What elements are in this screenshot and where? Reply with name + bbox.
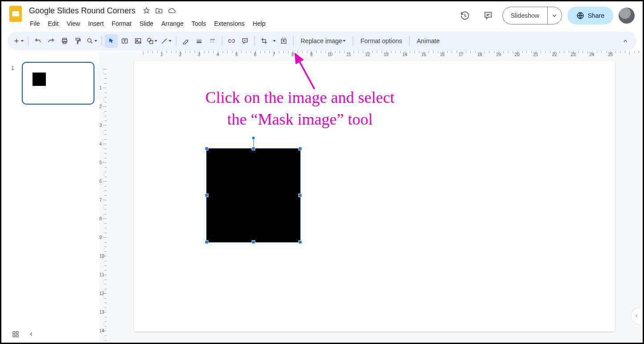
slideshow-dropdown[interactable] (547, 7, 562, 24)
resize-handle[interactable] (205, 147, 208, 150)
hide-menus-button[interactable] (619, 34, 632, 48)
resize-handle[interactable] (205, 240, 208, 244)
resize-handle[interactable] (298, 194, 302, 197)
rotation-line (253, 140, 254, 147)
resize-handle[interactable] (298, 147, 302, 150)
svg-rect-6 (76, 38, 79, 40)
slideshow-button-group: Slideshow (502, 7, 562, 24)
menu-file[interactable]: File (26, 18, 44, 29)
zoom-button[interactable] (85, 34, 99, 48)
slides-logo[interactable] (7, 5, 24, 23)
show-side-panel-button[interactable] (631, 307, 641, 325)
redo-button[interactable] (45, 34, 58, 48)
svg-point-11 (147, 38, 151, 42)
history-icon[interactable] (456, 7, 474, 24)
workspace: 1 12345678910111213141516171819202122232… (1, 51, 643, 343)
toolbar: Replace image Format options Animate (8, 32, 636, 50)
selected-image[interactable] (207, 149, 300, 242)
filmstrip-collapse-icon[interactable] (28, 331, 34, 337)
menu-extensions[interactable]: Extensions (211, 18, 248, 29)
border-weight-button[interactable] (192, 34, 206, 48)
menu-help[interactable]: Help (249, 18, 269, 29)
image-content (207, 149, 300, 242)
select-tool[interactable] (105, 34, 118, 48)
ruler-vertical: 1234567891011121314 (98, 59, 108, 343)
insert-link-button[interactable] (225, 34, 238, 48)
menu-bar: File Edit View Insert Format Slide Arran… (26, 17, 456, 30)
menu-format[interactable]: Format (108, 18, 135, 29)
resize-handle[interactable] (298, 240, 302, 244)
replace-image-button[interactable]: Replace image (296, 34, 350, 48)
resize-handle[interactable] (252, 147, 255, 150)
crop-image-button[interactable] (257, 34, 271, 48)
undo-button[interactable] (31, 34, 45, 48)
line-button[interactable] (159, 34, 173, 48)
svg-rect-17 (16, 335, 18, 337)
slide-canvas[interactable]: Click on the image and select the “Mask … (134, 61, 615, 332)
star-icon[interactable] (143, 7, 151, 15)
grid-view-icon[interactable] (12, 331, 19, 338)
shape-button[interactable] (145, 34, 159, 48)
newslide-button[interactable] (11, 34, 25, 48)
menu-arrange[interactable]: Arrange (158, 18, 187, 29)
border-color-button[interactable] (179, 34, 192, 48)
textbox-button[interactable] (118, 34, 131, 48)
filmstrip: 1 (1, 51, 98, 343)
share-button[interactable]: Share (567, 7, 613, 24)
move-icon[interactable] (155, 7, 163, 15)
reset-image-button[interactable] (277, 34, 290, 48)
slide-number: 1 (11, 65, 14, 71)
menu-view[interactable]: View (63, 18, 84, 29)
ruler-horizontal: 1234567891011121314151617181920212223242… (134, 51, 633, 59)
rotation-handle[interactable] (252, 136, 255, 140)
canvas-pane: 1234567891011121314151617181920212223242… (98, 51, 643, 343)
doc-header: Google Slides Round Corners File Edit Vi… (1, 1, 643, 30)
globe-icon (576, 12, 584, 20)
insert-image-button[interactable] (131, 34, 145, 48)
svg-rect-12 (150, 40, 153, 44)
annotation-text: Click on the image and select the “Mask … (205, 87, 395, 130)
svg-rect-16 (13, 335, 15, 337)
menu-tools[interactable]: Tools (188, 18, 210, 29)
account-avatar[interactable] (619, 8, 635, 24)
menu-edit[interactable]: Edit (45, 18, 62, 29)
doc-title[interactable]: Google Slides Round Corners (26, 5, 138, 16)
thumbnail-content (33, 73, 46, 86)
resize-handle[interactable] (205, 194, 208, 197)
svg-rect-15 (16, 332, 18, 334)
mask-image-dropdown[interactable] (271, 34, 277, 48)
slideshow-button[interactable]: Slideshow (503, 7, 547, 24)
svg-rect-1 (12, 11, 19, 16)
svg-point-7 (88, 39, 91, 42)
share-label: Share (588, 12, 604, 19)
border-dash-button[interactable] (206, 34, 219, 48)
comments-icon[interactable] (479, 7, 497, 24)
svg-rect-9 (135, 39, 141, 44)
print-button[interactable] (58, 34, 71, 48)
menu-slide[interactable]: Slide (136, 18, 157, 29)
svg-rect-14 (13, 332, 15, 334)
paintformat-button[interactable] (71, 34, 85, 48)
animate-button[interactable]: Animate (412, 34, 444, 48)
menu-insert[interactable]: Insert (85, 18, 107, 29)
cloud-status-icon[interactable] (167, 7, 176, 15)
resize-handle[interactable] (252, 240, 255, 244)
insert-comment-button[interactable] (238, 34, 252, 48)
slide-thumbnail[interactable] (22, 62, 94, 105)
format-options-button[interactable]: Format options (356, 34, 406, 48)
